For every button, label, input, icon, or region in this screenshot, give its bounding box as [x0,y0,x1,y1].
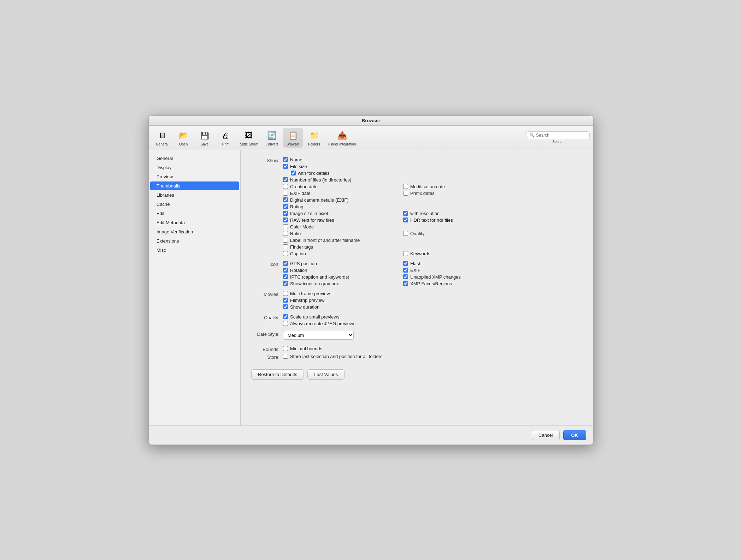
checkbox-finder-tags[interactable] [283,244,288,249]
checkbox-minimal-bounds[interactable] [283,346,288,351]
option-minimal-bounds: Minimal bounds [283,346,322,351]
checkbox-digital-camera[interactable] [283,197,288,202]
sidebar-item-display[interactable]: Display [150,163,239,172]
checkbox-fork-details[interactable] [291,171,296,175]
label-unapplied-xmp: Unapplied XMP changes [410,274,461,280]
action-buttons: Restore to Defaults Last Values [251,369,583,380]
label-store-last: Store last selection and position for al… [290,354,383,359]
option-color-mode: Color Mode [283,224,396,230]
show-options: Name File size with fork details Number … [283,157,502,256]
search-box[interactable]: 🔍 [526,131,590,139]
label-caption: Caption [290,251,306,256]
sidebar-item-edit[interactable]: Edit [150,209,239,218]
label-file-size: File size [290,164,307,169]
toolbar-print[interactable]: 🖨 Print [216,128,236,148]
movies-section: Movies: Multi frame preview Filmstrip pr… [251,291,583,310]
checkbox-rotation[interactable] [283,268,288,273]
sidebar-item-cache[interactable]: Cache [150,200,239,209]
checkbox-keywords[interactable] [403,251,408,256]
checkbox-caption[interactable] [283,251,288,256]
checkbox-scale-up[interactable] [283,314,288,319]
checkbox-store-last[interactable] [283,354,288,359]
checkbox-filmstrip[interactable] [283,298,288,303]
toolbar-general[interactable]: 🖥 General [152,128,172,148]
checkbox-always-recreate[interactable] [283,321,288,326]
checkbox-gps[interactable] [283,261,288,266]
toolbar-slideshow[interactable]: 🖼 Slide Show [237,128,260,148]
checkbox-show-icons-gray[interactable] [283,281,288,286]
sidebar-item-libraries[interactable]: Libraries [150,191,239,199]
option-num-files: Number of files (in directories) [283,177,502,183]
label-minimal-bounds: Minimal bounds [290,346,322,351]
last-values-button[interactable]: Last Values [307,369,344,380]
checkbox-label-in-front[interactable] [283,238,288,243]
checkbox-hdr-text[interactable] [403,218,408,222]
label-flash: Flash [410,261,422,266]
label-show-duration: Show duration [290,304,319,310]
option-always-recreate: Always recreate JPEG previews [283,321,355,326]
checkbox-color-mode[interactable] [283,224,288,229]
option-filmstrip: Filmstrip preview [283,298,330,303]
movies-options: Multi frame preview Filmstrip preview Sh… [283,291,330,310]
label-creation-date: Creation date [290,184,318,189]
sidebar-item-preview[interactable]: Preview [150,172,239,181]
sidebar-item-misc[interactable]: Misc [150,246,239,255]
date-style-select[interactable]: Short Medium Long Full [283,331,354,340]
show-label: Show: [251,157,283,163]
toolbar-save[interactable]: 💾 Save [195,128,214,148]
quality-label: Quality: [251,314,283,320]
label-num-files: Number of files (in directories) [290,177,351,183]
checkbox-iptc[interactable] [283,274,288,279]
label-exif-icon: EXIF [410,268,420,273]
toolbar-browser[interactable]: 📋 Browser [283,128,303,148]
date-style-options: Short Medium Long Full [283,331,354,341]
search-label: Search [552,140,564,144]
option-show-icons-gray: Show icons on gray box [283,281,396,286]
checkbox-creation-date[interactable] [283,184,288,189]
toolbar-browser-label: Browser [287,142,300,146]
checkbox-modification-date[interactable] [403,184,408,189]
checkbox-unapplied-xmp[interactable] [403,274,408,279]
checkbox-image-size[interactable] [283,211,288,216]
option-scale-up: Scale up small previews [283,314,355,320]
sidebar-item-edit-metadata[interactable]: Edit Metadata [150,218,239,227]
movies-label: Movies: [251,291,283,297]
cancel-button[interactable]: Cancel [532,430,559,440]
sidebar-item-extensions[interactable]: Extensions [150,237,239,245]
checkbox-file-size[interactable] [283,164,288,169]
show-section: Show: Name File size with fork details [251,157,583,256]
toolbar-finder[interactable]: 📤 Finder Integration [325,128,359,148]
toolbar-open[interactable]: 📂 Open [173,128,193,148]
checkbox-raw-text[interactable] [283,218,288,222]
checkbox-quality-show[interactable] [403,231,408,236]
sidebar-item-general[interactable]: General [150,154,239,163]
checkbox-rating[interactable] [283,204,288,209]
checkbox-with-resolution[interactable] [403,211,408,216]
checkbox-ratio[interactable] [283,231,288,236]
folders-icon: 📁 [308,129,320,142]
option-rotation: Rotation [283,268,396,273]
checkbox-num-files[interactable] [283,177,288,182]
checkbox-show-duration[interactable] [283,304,288,309]
sidebar-item-image-verification[interactable]: Image Verification [150,227,239,236]
toolbar-folders-label: Folders [308,142,320,146]
toolbar-folders[interactable]: 📁 Folders [304,128,324,148]
sidebar-item-thumbnails[interactable]: Thumbnails [150,181,239,190]
checkbox-multi-frame[interactable] [283,291,288,296]
label-exif-date: EXIF date [290,191,311,196]
checkbox-xmp-faces[interactable] [403,281,408,286]
restore-defaults-button[interactable]: Restore to Defaults [251,369,304,380]
checkbox-exif-icon[interactable] [403,268,408,273]
search-input[interactable] [536,133,585,138]
checkbox-prefix-dates[interactable] [403,191,408,196]
option-flash: Flash [403,261,502,266]
checkbox-flash[interactable] [403,261,408,266]
label-image-size: Image size in pixel [290,211,328,216]
toolbar-convert[interactable]: 🔄 Convert [262,128,282,148]
quality-options: Scale up small previews Always recreate … [283,314,355,326]
ok-button[interactable]: OK [563,430,587,440]
option-with-resolution: with resolution [403,211,502,216]
checkbox-name[interactable] [283,157,288,162]
label-xmp-faces: XMP Faces/Regions [410,281,452,286]
checkbox-exif-date[interactable] [283,191,288,196]
